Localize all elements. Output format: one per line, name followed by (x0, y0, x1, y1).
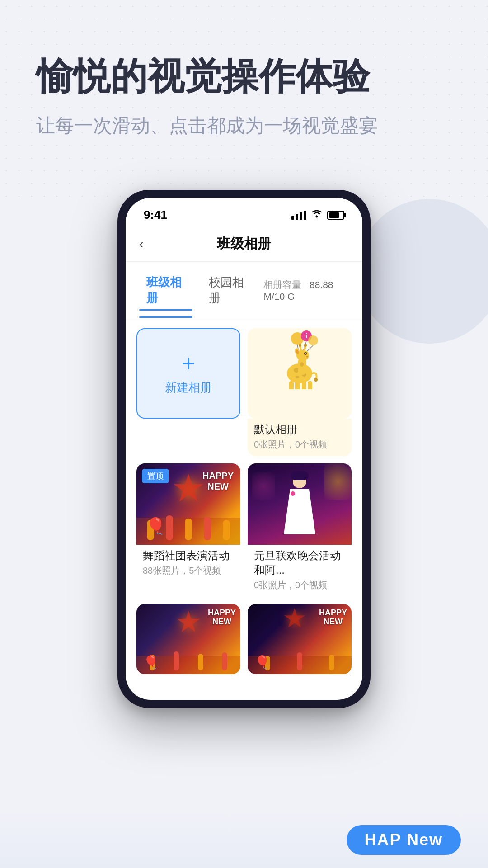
battery-icon (327, 211, 344, 220)
status-bar: 9:41 (126, 198, 362, 226)
svg-point-13 (300, 362, 304, 367)
phone-screen: 9:41 (126, 198, 362, 700)
signal-icon (291, 211, 306, 220)
dance-album-info: 舞蹈社团表演活动 88张照片，5个视频 (136, 545, 240, 582)
dance-album-thumbnail: 置顶 ★ HAPPY (136, 463, 240, 545)
bottom-happy-text-right: HAPPYNEW (319, 609, 347, 627)
plus-icon: + (182, 352, 195, 375)
performance-album-info: 元旦联欢晚会活动和阿... 0张照片，0个视频 (248, 545, 352, 597)
tabs-row: 班级相册 校园相册 相册容量 88.88 M/10 G (126, 262, 362, 319)
svg-rect-25 (295, 381, 300, 389)
new-album-label: 新建相册 (165, 380, 212, 396)
signal-bar-1 (291, 216, 294, 220)
performance-album-card[interactable]: 元旦联欢晚会活动和阿... 0张照片，0个视频 (248, 463, 352, 597)
phone-mockup: 9:41 (117, 190, 371, 708)
decoration-circle (357, 199, 488, 344)
tab-class-album[interactable]: 班级相册 (139, 271, 192, 310)
new-album-button[interactable]: + 新建相册 (136, 328, 240, 419)
page-title: 班级相册 (217, 235, 271, 253)
status-icons (291, 209, 344, 221)
hero-title: 愉悦的视觉操作体验 (36, 54, 452, 99)
svg-text:i: i (305, 332, 307, 340)
signal-bar-3 (300, 212, 302, 220)
svg-rect-24 (289, 381, 294, 389)
default-album-meta: 0张照片，0个视频 (254, 439, 345, 451)
new-album-card[interactable]: + 新建相册 (136, 328, 240, 456)
wifi-icon (311, 209, 323, 221)
giraffe-illustration: i (248, 328, 352, 392)
svg-point-15 (304, 352, 307, 355)
bottom-section: HAP New (0, 811, 488, 868)
default-album-info: 默认相册 0张照片，0个视频 (248, 419, 352, 456)
svg-point-0 (316, 215, 318, 217)
svg-point-21 (299, 344, 301, 347)
default-album-name: 默认相册 (254, 422, 345, 437)
dance-balloon-icon: 🎈 (145, 517, 166, 536)
svg-point-11 (296, 376, 299, 378)
bottom-balloon-right: 🎈 (254, 655, 270, 670)
performance-album-thumbnail (248, 463, 352, 545)
svg-rect-27 (308, 381, 312, 389)
back-button[interactable]: ‹ (139, 237, 143, 251)
signal-bar-4 (304, 211, 306, 220)
svg-point-23 (304, 344, 307, 347)
storage-info: 相册容量 88.88 M/10 G (263, 278, 349, 302)
tab-campus-album[interactable]: 校园相册 (202, 271, 255, 310)
performance-album-meta: 0张照片，0个视频 (254, 579, 345, 591)
bottom-happy-text-left: HAPPYNEW (208, 609, 236, 627)
dance-album-name: 舞蹈社团表演活动 (143, 548, 234, 563)
app-header: ‹ 班级相册 (126, 226, 362, 262)
dance-album-meta: 88张照片，5个视频 (143, 565, 234, 577)
signal-bar-2 (296, 214, 298, 220)
performance-album-name: 元旦联欢晚会活动和阿... (254, 548, 345, 577)
phone-outer-shell: 9:41 (117, 190, 371, 708)
default-album-card[interactable]: i (248, 328, 352, 456)
hero-section: 愉悦的视觉操作体验 让每一次滑动、点击都成为一场视觉盛宴 (0, 0, 488, 167)
bottom-album-card-right[interactable]: ★ HAPPYNEW 🎈 (248, 604, 352, 674)
bottom-album-card-left[interactable]: ★ HAPPYNEW 🎈 (136, 604, 240, 674)
hap-new-badge: HAP New (347, 825, 461, 855)
dance-album-card[interactable]: 置顶 ★ HAPPY (136, 463, 240, 597)
hero-subtitle: 让每一次滑动、点击都成为一场视觉盛宴 (36, 111, 452, 140)
svg-rect-26 (302, 381, 306, 389)
svg-point-3 (308, 335, 318, 345)
battery-fill (329, 212, 339, 218)
svg-point-28 (314, 378, 318, 382)
status-time: 9:41 (144, 208, 167, 222)
svg-point-16 (305, 353, 306, 354)
bottom-balloon-left: 🎈 (143, 655, 159, 670)
svg-point-17 (306, 356, 308, 358)
pinned-badge: 置顶 (142, 469, 169, 483)
album-grid: + 新建相册 (126, 319, 362, 683)
default-album-image-area: i (248, 328, 352, 419)
happy-new-text-overlay: HAPPYNEW (202, 470, 234, 492)
